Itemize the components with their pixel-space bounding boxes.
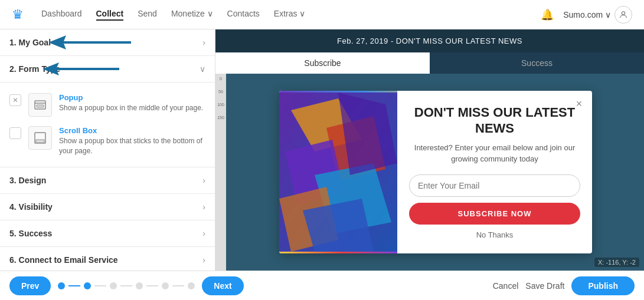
progress-dot-5 [162,282,169,289]
modal-image [279,91,397,253]
sidebar-item-success[interactable]: 5. Success › [0,220,215,247]
no-thanks-link[interactable]: No Thanks [409,230,580,239]
bell-icon[interactable]: 🔔 [541,8,554,21]
cancel-button[interactable]: Cancel [493,281,519,291]
preview-tabs: Subscribe Success [215,52,644,74]
progress-line-2 [94,285,106,286]
scrollbox-checkbox[interactable] [9,127,21,139]
coordinates-display: X: -116, Y: -2 [594,258,639,267]
x-mark-icon: ✕ [12,96,18,104]
nav-dashboard[interactable]: Dashboard [41,9,82,21]
preview-area: Feb. 27, 2019 - DON'T MISS OUR LATEST NE… [215,29,644,271]
scrollbox-description: Show a popup box that sticks to the bott… [59,136,205,156]
progress-line-4 [146,285,158,286]
account-menu[interactable]: Sumo.com ∨ [563,6,632,24]
popup-text: Popup Show a popup box in the middle of … [59,93,203,113]
prev-button[interactable]: Prev [9,276,51,295]
sidebar: 1. My Goal › 2. Form Type ∨ ✕ [0,29,215,271]
chevron-right-icon-visibility: › [202,202,205,212]
sidebar-item-my-goal[interactable]: 1. My Goal › [0,29,215,56]
bottom-bar: Prev Next Cancel Save Draft Publish [0,271,644,300]
nav-contacts[interactable]: Contacts [227,9,260,21]
modal-subtitle: Interested? Enter your email below and j… [409,142,580,165]
ruler-left: 0 50 100 150 [215,74,226,271]
popup-title: Popup [59,93,203,102]
chevron-right-icon-success: › [202,229,205,238]
preview-header: Feb. 27, 2019 - DON'T MISS OUR LATEST NE… [215,29,644,52]
modal-popup: × DON'T MISS OUR LATEST NEWS Interested?… [279,91,592,253]
progress-line-1 [68,285,80,286]
tab-subscribe[interactable]: Subscribe [215,52,430,74]
progress-dot-4 [136,282,143,289]
chevron-down-icon-form-type: ∨ [200,64,205,74]
logo-icon: ♛ [12,7,24,22]
top-nav: ♛ Dashboard Collect Send Monetize ∨ Cont… [0,0,644,29]
progress-line-5 [172,285,184,286]
blue-arrow-1 [48,34,131,51]
sidebar-form-type-label: 2. Form Type [9,64,60,74]
form-option-scroll-box[interactable]: Scroll Box Show a popup box that sticks … [9,121,205,161]
sidebar-visibility-label: 4. Visibility [9,202,53,212]
email-input[interactable] [409,174,580,197]
sidebar-item-connect[interactable]: 6. Connect to Email Service › [0,247,215,271]
sidebar-my-goal-label: 1. My Goal [9,38,51,47]
sidebar-item-visibility[interactable]: 4. Visibility › [0,194,215,220]
sidebar-item-design[interactable]: 3. Design › [0,167,215,194]
publish-button[interactable]: Publish [571,276,635,295]
nav-collect[interactable]: Collect [96,9,124,21]
scrollbox-icon [28,126,52,150]
progress-dot-3 [110,282,117,289]
svg-point-0 [622,11,625,14]
progress-line-3 [120,285,132,286]
sidebar-design-label: 3. Design [9,176,46,185]
chevron-right-icon-connect: › [202,255,205,265]
svg-rect-16 [279,93,397,252]
scrollbox-text: Scroll Box Show a popup box that sticks … [59,126,205,156]
nav-send[interactable]: Send [138,9,157,21]
svg-rect-5 [37,105,44,107]
nav-right: 🔔 Sumo.com ∨ [541,6,632,24]
popup-icon [28,93,52,117]
form-type-options: ✕ Popup Show a popup box in the middle o… [0,83,215,167]
modal-content: × DON'T MISS OUR LATEST NEWS Interested?… [397,91,592,253]
svg-marker-1 [48,35,131,50]
nav-monetize[interactable]: Monetize ∨ [171,9,213,21]
avatar [614,6,632,24]
sidebar-item-form-type[interactable]: 2. Form Type ∨ [0,56,215,83]
tab-success[interactable]: Success [430,52,644,74]
scrollbox-title: Scroll Box [59,126,205,135]
popup-description: Show a popup box in the middle of your p… [59,103,203,113]
main-layout: 1. My Goal › 2. Form Type ∨ ✕ [0,29,644,271]
next-button[interactable]: Next [202,276,243,295]
form-option-popup[interactable]: ✕ Popup Show a popup box in the middle o… [9,88,205,121]
sidebar-success-label: 5. Success [9,229,52,238]
bottom-bar-right: Cancel Save Draft Publish [493,276,635,295]
chevron-right-icon-design: › [202,176,205,185]
popup-checkbox[interactable]: ✕ [9,94,21,106]
chevron-right-icon-1: › [202,38,205,47]
close-button[interactable]: × [572,97,586,111]
modal-title: DON'T MISS OUR LATEST NEWS [409,105,580,136]
progress-dot-6 [188,282,195,289]
progress-dot-1 [58,282,65,289]
progress-dot-2 [84,282,91,289]
progress-dots [58,282,195,289]
nav-extras[interactable]: Extras ∨ [274,9,306,21]
svg-rect-7 [36,140,44,143]
account-name: Sumo.com ∨ [563,10,611,19]
nav-links: Dashboard Collect Send Monetize ∨ Contac… [41,9,523,21]
subscribe-button[interactable]: SUBSCRIBE NOW [409,203,580,225]
save-draft-button[interactable]: Save Draft [525,281,564,291]
preview-canvas: 0 50 100 150 [215,74,644,271]
sidebar-connect-label: 6. Connect to Email Service [9,255,118,265]
